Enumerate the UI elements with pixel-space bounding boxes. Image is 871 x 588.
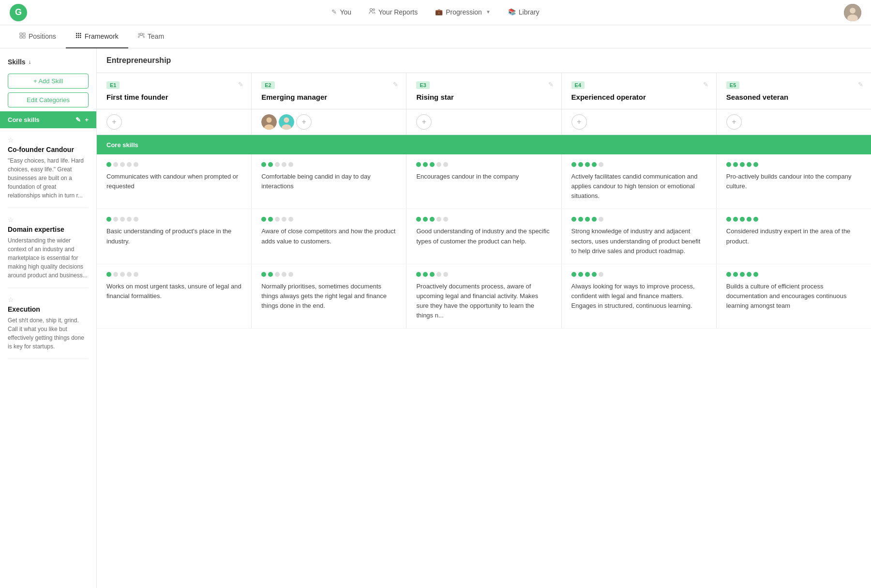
level-badge-e4: E4 [571, 81, 585, 89]
add-person-e4[interactable]: + [571, 114, 587, 130]
edit-level-e3[interactable]: ✎ [548, 81, 554, 88]
edit-level-e4[interactable]: ✎ [703, 81, 708, 88]
level-header-e4: E4 ✎ Experienced operator [562, 73, 717, 109]
core-bar: Core skills [97, 135, 871, 154]
nav-your-reports[interactable]: Your Reports [360, 0, 426, 25]
level-header-e1: E1 ✎ First time founder [97, 73, 252, 109]
skill-item-domain-expertise: ☆ Domain expertise Understanding the wid… [8, 208, 89, 288]
tab-positions[interactable]: Positions [10, 25, 66, 48]
dots-execution-e1 [106, 272, 241, 277]
avatar-person-1 [261, 114, 277, 130]
svg-rect-9 [76, 33, 77, 34]
skill-cell-domain-e4: Strong knowledge of industry and adjacen… [562, 209, 717, 263]
dots-candour-e4 [571, 162, 706, 167]
team-icon [138, 32, 145, 40]
core-skills-header: Core skills ✎ + [0, 111, 96, 128]
skill-star-co-founder[interactable]: ☆ [8, 136, 89, 144]
skill-cell-domain-e2: Aware of close competitors and how the p… [252, 209, 406, 263]
svg-point-22 [267, 118, 272, 123]
level-header-e3: E3 ✎ Rising star [406, 73, 561, 109]
svg-point-1 [373, 9, 375, 11]
dots-execution-e2 [261, 272, 396, 277]
level-header-e5: E5 ✎ Seasoned veteran [717, 73, 871, 109]
tab-team[interactable]: Team [128, 25, 174, 48]
edit-core-icon[interactable]: ✎ [75, 116, 81, 123]
skill-cell-execution-e4: Always looking for ways to improve proce… [562, 264, 717, 329]
book-icon: 📚 [508, 8, 516, 15]
skill-star-domain[interactable]: ☆ [8, 216, 89, 224]
skills-header: Skills ↓ [8, 58, 89, 66]
svg-point-3 [850, 8, 856, 14]
grid-icon [19, 32, 26, 40]
svg-point-19 [138, 33, 140, 35]
skill-cell-candour-e1: Communicates with candour when prompted … [97, 154, 252, 209]
avatars-e5: + [717, 109, 871, 135]
dots-domain-e3 [416, 217, 551, 222]
svg-rect-14 [80, 35, 81, 36]
briefcase-icon: 💼 [435, 8, 443, 15]
level-title-e1: First time founder [106, 93, 241, 101]
dots-execution-e4 [571, 272, 706, 277]
nav-you[interactable]: ✎ You [323, 0, 360, 25]
tab-framework[interactable]: Framework [66, 25, 128, 48]
svg-rect-7 [20, 36, 22, 38]
sub-nav: Positions Framework [0, 25, 871, 48]
skill-item-execution: ☆ Execution Get sh!t done, ship it, grin… [8, 288, 89, 359]
content-area: Entrepreneurship E1 ✎ First time founder… [97, 48, 871, 588]
svg-point-25 [284, 118, 289, 123]
person-icon: ✎ [331, 8, 337, 15]
nav-progression[interactable]: 💼 Progression ▼ [426, 0, 499, 25]
framework-icon [75, 32, 82, 40]
avatar-image [844, 4, 861, 21]
sidebar: Skills ↓ + Add Skill Edit Categories Cor… [0, 48, 97, 588]
svg-rect-6 [23, 33, 26, 35]
level-badge-e1: E1 [106, 81, 120, 89]
svg-rect-8 [23, 36, 26, 38]
skill-cell-domain-e3: Good understanding of industry and the s… [406, 209, 561, 263]
add-person-e2[interactable]: + [296, 114, 312, 130]
nav-library[interactable]: 📚 Library [499, 0, 548, 25]
edit-level-e2[interactable]: ✎ [393, 81, 398, 88]
section-title: Entrepreneurship [97, 48, 871, 73]
svg-rect-15 [76, 37, 77, 38]
avatars-e1: + [97, 109, 252, 135]
dots-domain-e4 [571, 217, 706, 222]
skill-cell-candour-e4: Actively facilitates candid communicatio… [562, 154, 717, 209]
skill-cell-candour-e3: Encourages candour in the company [406, 154, 561, 209]
user-avatar[interactable] [844, 4, 861, 21]
edit-level-e1[interactable]: ✎ [238, 81, 243, 88]
add-core-icon[interactable]: + [85, 116, 89, 123]
skill-cell-execution-e3: Proactively documents process, aware of … [406, 264, 561, 329]
skill-cell-execution-e5: Builds a culture of efficient process do… [717, 264, 871, 329]
skill-row-execution: Works on most urgent tasks, unsure of le… [97, 264, 871, 329]
avatars-row: + [97, 109, 871, 135]
avatars-e4: + [562, 109, 717, 135]
edit-categories-button[interactable]: Edit Categories [8, 92, 89, 107]
svg-rect-13 [78, 35, 79, 36]
chevron-down-icon: ▼ [486, 9, 491, 15]
main-layout: Skills ↓ + Add Skill Edit Categories Cor… [0, 48, 871, 588]
level-headers: E1 ✎ First time founder E2 ✎ Emerging ma… [97, 73, 871, 109]
skill-item-co-founder-candour: ☆ Co-founder Candour "Easy choices, hard… [8, 128, 89, 208]
svg-rect-11 [80, 33, 81, 34]
skill-cell-domain-e1: Basic understanding of product's place i… [97, 209, 252, 263]
skill-cell-candour-e5: Pro-actively builds candour into the com… [717, 154, 871, 209]
app-logo[interactable]: G [10, 4, 27, 21]
dots-execution-e3 [416, 272, 551, 277]
sort-icon: ↓ [29, 59, 31, 65]
svg-point-0 [370, 9, 373, 11]
avatars-e2: + [252, 109, 406, 135]
skill-star-execution[interactable]: ☆ [8, 296, 89, 303]
level-title-e3: Rising star [416, 93, 551, 101]
add-skill-button[interactable]: + Add Skill [8, 74, 89, 89]
level-badge-e2: E2 [261, 81, 274, 89]
people-icon [369, 8, 375, 16]
level-header-e2: E2 ✎ Emerging manager [252, 73, 406, 109]
add-person-e1[interactable]: + [106, 114, 122, 130]
top-nav-links: ✎ You Your Reports 💼 Progression ▼ 📚 Lib… [323, 0, 548, 25]
skill-row-domain: Basic understanding of product's place i… [97, 209, 871, 264]
add-person-e3[interactable]: + [416, 114, 432, 130]
svg-rect-10 [78, 33, 79, 34]
edit-level-e5[interactable]: ✎ [858, 81, 863, 88]
add-person-e5[interactable]: + [726, 114, 742, 130]
